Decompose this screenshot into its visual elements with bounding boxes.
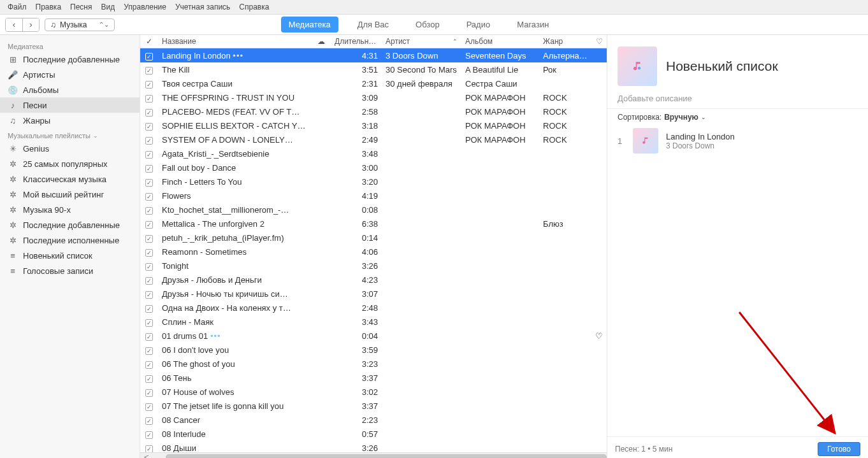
row-checkbox[interactable]: ✓ <box>145 361 153 369</box>
table-row[interactable]: ✓Reamonn - Sometimes4:06 <box>140 245 607 259</box>
menu-item[interactable]: Управление <box>124 3 166 11</box>
table-row[interactable]: ✓SYSTEM OF A DOWN - LONELY…2:49РОК МАРАФ… <box>140 132 607 147</box>
playlist-sort[interactable]: Сортировка: Вручную ⌄ <box>607 109 868 125</box>
horizontal-scrollbar[interactable]: < <box>140 452 607 458</box>
sidebar-item[interactable]: ✲25 самых популярных <box>0 156 140 171</box>
col-album[interactable]: Альбом <box>461 37 539 46</box>
table-row[interactable]: ✓07 House of wolves3:02 <box>140 385 607 399</box>
row-checkbox[interactable]: ✓ <box>145 375 153 383</box>
sidebar-item[interactable]: ✲Последние исполненные <box>0 233 140 248</box>
table-row[interactable]: ✓PLACEBO- MEDS (FEAT. VV OF T…2:58РОК МА… <box>140 104 607 118</box>
row-checkbox[interactable]: ✓ <box>145 403 153 411</box>
done-button[interactable]: Готово <box>818 442 860 456</box>
sidebar-header-playlists[interactable]: Музыкальные плейлисты ⌄ <box>0 128 140 141</box>
menu-item[interactable]: Файл <box>8 3 27 11</box>
table-row[interactable]: ✓petuh_-_krik_petuha_(iPlayer.fm)0:14 <box>140 231 607 245</box>
table-row[interactable]: ✓06 I don't love you3:59 <box>140 343 607 357</box>
row-checkbox[interactable]: ✓ <box>145 193 153 201</box>
table-body[interactable]: ✓Landing In London •••4:313 Doors DownSe… <box>140 48 607 452</box>
table-row[interactable]: ✓Друзья - Любовь и Деньги4:23 <box>140 273 607 287</box>
row-checkbox[interactable]: ✓ <box>145 123 153 131</box>
row-checkbox[interactable]: ✓ <box>145 221 153 229</box>
tab-Обзор[interactable]: Обзор <box>408 17 447 32</box>
table-row[interactable]: ✓Одна на Двоих - На коленях у т…2:48 <box>140 301 607 315</box>
row-checkbox[interactable]: ✓ <box>145 109 153 117</box>
tab-Магазин[interactable]: Магазин <box>509 17 556 32</box>
menu-item[interactable]: Песня <box>70 3 92 11</box>
col-heart[interactable]: ♡ <box>591 37 607 46</box>
table-row[interactable]: ✓Fall out boy - Dance3:00 <box>140 161 607 175</box>
sidebar-item[interactable]: ⊞Последние добавленные <box>0 52 140 67</box>
sidebar-item[interactable]: ✲Музыка 90-х <box>0 202 140 217</box>
tab-Медиатека[interactable]: Медиатека <box>281 17 338 32</box>
sidebar-item[interactable]: ♫Жанры <box>0 113 140 128</box>
table-row[interactable]: ✓08 Interlude0:57 <box>140 427 607 441</box>
table-row[interactable]: ✓08 Cancer2:23 <box>140 413 607 427</box>
table-row[interactable]: ✓Друзья - Ночью ты кричишь си…3:07 <box>140 287 607 301</box>
row-checkbox[interactable]: ✓ <box>145 179 153 187</box>
table-row[interactable]: ✓Твоя сестра Саши2:3130 дней февраляСест… <box>140 76 607 90</box>
row-checkbox[interactable]: ✓ <box>145 207 153 215</box>
table-row[interactable]: ✓SOPHIE ELLIS BEXTOR - CATCH Y…3:18РОК М… <box>140 118 607 132</box>
table-row[interactable]: ✓Tonight3:26 <box>140 259 607 273</box>
menu-item[interactable]: Вид <box>101 3 115 11</box>
table-row[interactable]: ✓07 The jetset life is gonna kill you3:3… <box>140 399 607 413</box>
row-checkbox[interactable]: ✓ <box>145 305 153 313</box>
table-row[interactable]: ✓08 Дыши3:26 <box>140 441 607 452</box>
playlist-description[interactable]: Добавьте описание <box>607 92 868 109</box>
more-icon[interactable]: ••• <box>233 51 243 61</box>
row-checkbox[interactable]: ✓ <box>145 445 153 453</box>
table-row[interactable]: ✓Flowers4:19 <box>140 189 607 203</box>
sidebar-item[interactable]: ≡Новенький список <box>0 248 140 263</box>
sidebar-item[interactable]: 🎤Артисты <box>0 67 140 82</box>
menu-item[interactable]: Правка <box>36 3 62 11</box>
col-cloud[interactable]: ☁ <box>312 37 331 46</box>
table-row[interactable]: ✓Finch - Letters To You3:20 <box>140 175 607 189</box>
row-checkbox[interactable]: ✓ <box>145 263 153 271</box>
table-row[interactable]: ✓Сплин - Маяк3:43 <box>140 315 607 329</box>
table-row[interactable]: ✓Mettalica - The unforgiven 26:38Блюз <box>140 217 607 231</box>
playlist-item[interactable]: 1 Landing In London3 Doors Down <box>607 125 868 156</box>
row-checkbox[interactable]: ✓ <box>145 249 153 257</box>
col-artist[interactable]: Артист⌃ <box>382 37 461 46</box>
menu-item[interactable]: Учетная запись <box>175 3 230 11</box>
col-duration[interactable]: Длительность <box>331 37 382 46</box>
row-checkbox[interactable]: ✓ <box>145 235 153 243</box>
table-row[interactable]: ✓Kto_hochet_stat__millionerom_-…0:08 <box>140 203 607 217</box>
playlist-title[interactable]: Новенький список <box>666 59 778 74</box>
sidebar-item[interactable]: 💿Альбомы <box>0 82 140 97</box>
table-row[interactable]: ✓THE OFFSPRING - TRUST IN YOU3:09РОК МАР… <box>140 90 607 104</box>
row-checkbox[interactable]: ✓ <box>145 417 153 425</box>
forward-button[interactable]: › <box>22 18 39 31</box>
row-checkbox[interactable]: ✓ <box>145 347 153 355</box>
sidebar-item[interactable]: ≡Голосовые записи <box>0 263 140 278</box>
col-check[interactable]: ✓ <box>140 37 158 46</box>
row-checkbox[interactable]: ✓ <box>145 333 153 341</box>
row-checkbox[interactable]: ✓ <box>145 319 153 327</box>
table-row[interactable]: ✓Landing In London •••4:313 Doors DownSe… <box>140 48 607 62</box>
sidebar-item[interactable]: ✲Последние добавленные <box>0 217 140 233</box>
tab-Радио[interactable]: Радио <box>459 17 498 32</box>
back-button[interactable]: ‹ <box>6 18 22 31</box>
row-checkbox[interactable]: ✓ <box>145 95 153 103</box>
row-checkbox[interactable]: ✓ <box>145 137 153 145</box>
table-row[interactable]: ✓06 Тень3:37 <box>140 371 607 385</box>
sidebar-item[interactable]: ♪Песни <box>0 97 140 113</box>
row-checkbox[interactable]: ✓ <box>145 389 153 397</box>
row-checkbox[interactable]: ✓ <box>145 291 153 299</box>
sidebar-item[interactable]: ✳Genius <box>0 141 140 156</box>
row-checkbox[interactable]: ✓ <box>145 81 153 89</box>
row-checkbox[interactable]: ✓ <box>145 165 153 173</box>
row-checkbox[interactable]: ✓ <box>145 431 153 439</box>
row-checkbox[interactable]: ✓ <box>145 151 153 159</box>
row-checkbox[interactable]: ✓ <box>145 53 153 61</box>
track-heart[interactable]: ♡ <box>591 331 607 341</box>
tab-Для Вас[interactable]: Для Вас <box>350 17 396 32</box>
library-selector[interactable]: ♫ Музыка ⌃⌄ <box>45 18 115 31</box>
more-icon[interactable]: ••• <box>210 331 221 341</box>
table-row[interactable]: ✓The Kill3:5130 Second To MarsA Beautifu… <box>140 62 607 76</box>
table-row[interactable]: ✓Agata_Kristi_-_Serdtsebienie3:48 <box>140 147 607 161</box>
row-checkbox[interactable]: ✓ <box>145 67 153 75</box>
sidebar-item[interactable]: ✲Классическая музыка <box>0 171 140 187</box>
col-name[interactable]: Название <box>158 37 312 46</box>
